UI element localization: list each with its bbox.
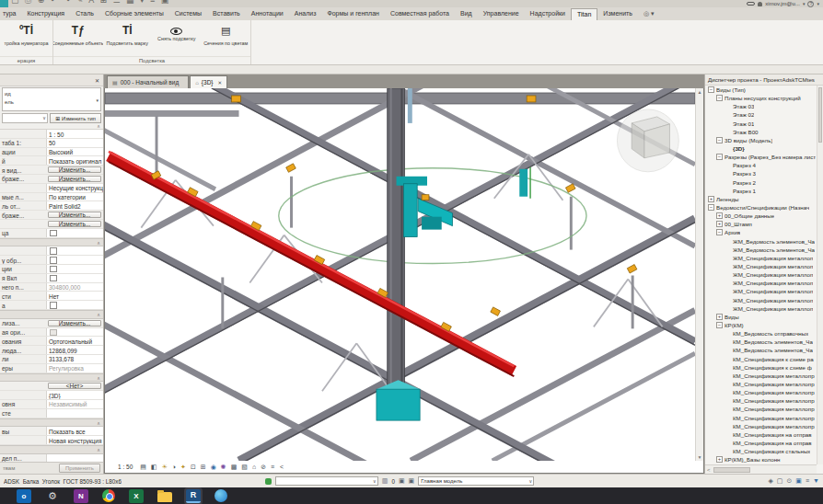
ribbon-tab[interactable]: Системы [169,8,207,20]
browser-tree-item[interactable]: КМ_Спецификация к схеме ра [705,355,817,363]
browser-tree-item[interactable]: Этаж 02 [705,110,817,119]
edit-type-button[interactable]: ⊞ Изменить тип [50,113,101,123]
browser-tree-item[interactable]: КМ_Спецификация на отправ [705,439,817,447]
view-tab[interactable]: ⌂ {3D} ✕ [190,75,227,88]
property-value[interactable]: Изменить... [48,212,101,218]
browser-tree-item[interactable]: КМ_Спецификация металлопр [705,413,817,421]
select-by-face-icon[interactable]: ▣ [795,477,802,485]
filter-icon[interactable]: ▼ [813,477,819,485]
property-value[interactable] [46,246,103,255]
browser-tree-item[interactable]: КМ_Спецификация металлопр [705,372,817,380]
tree-expander-icon[interactable]: − [708,204,714,211]
ribbon-tab[interactable]: Вставить [207,8,246,20]
search-icon[interactable] [747,2,755,6]
browser-tree-item[interactable]: + 00_Общие данные [705,212,817,220]
browser-tree-item[interactable]: КМ_Спецификация стальных [705,447,817,455]
browser-tree-item[interactable]: + Виды [705,313,817,321]
settings-icon[interactable]: ⚙ [45,489,60,503]
tree-expander-icon[interactable]: + [716,221,723,227]
property-value[interactable]: Изменить... [48,320,101,326]
browser-tree-item[interactable]: Этаж B00 [705,128,817,136]
canvas-vertical-scrollbar[interactable]: ▲ ▼ [695,88,703,461]
browser-tree-item[interactable]: Разрез 3 [705,169,817,178]
help-caret-icon[interactable]: ▾ [817,1,819,6]
quick-access-toolbar[interactable]: ▢ ⎙ ⊕ ↶ ↷ ✎ A ⊞ ☰ ▦ ▾ ≡ ▣ [11,0,170,6]
browser-tree-item[interactable]: Этаж 01 [705,120,817,128]
browser-tree-item[interactable]: КМ_Спецификация на отправ [705,430,817,439]
browser-tree-item[interactable]: КМ_Спецификация металлопр [705,396,817,405]
requests-icon[interactable]: ▣ [399,477,405,485]
property-value[interactable] [46,409,103,418]
tree-expander-icon[interactable]: + [716,212,723,219]
browser-tree-item[interactable]: + КР(КМ)_Базы колонн [705,455,817,464]
browser-tree-item[interactable]: ЖМ_Спецификация металлоп [705,304,817,313]
type-selector[interactable]: ид ель ▾ [2,87,101,111]
browser-tree-item[interactable]: Этаж 03 [705,102,817,110]
scroll-up-icon[interactable]: ▲ [698,89,702,95]
property-value[interactable] [46,274,103,282]
select-links-icon[interactable]: ◈ [768,477,772,485]
property-value[interactable]: 3133,678 [46,355,103,363]
reveal-hidden-icon[interactable]: ✺ [221,462,226,472]
ribbon-button[interactable]: Тƒ Соединяемые объекты [53,20,103,53]
edge-icon[interactable] [214,489,227,502]
model-viewport[interactable]: ▲ ▼ 1 : 50 ▤ ◧ ☀ ◑ ✦ [104,88,704,474]
property-value[interactable]: 1 : 50 [46,130,103,138]
browser-tree-item[interactable]: Разрез 2 [705,178,817,187]
drag-on-selection-icon[interactable]: ≡ [806,477,809,485]
ribbon-tab[interactable]: тура [2,8,22,20]
tree-expander-icon[interactable]: − [716,322,723,328]
tree-expander-icon[interactable]: + [716,314,723,320]
browser-tree-item[interactable]: КМ_Ведомость элементов_Ча [705,338,817,346]
property-value[interactable]: <Нет> [48,383,101,389]
properties-help-link[interactable]: твам [3,465,15,471]
browser-tree-item[interactable]: − КР(КМ) [705,321,817,329]
ribbon-button[interactable]: ▤ Сечения по цветам [202,20,251,53]
property-value[interactable] [46,256,103,264]
onenote-icon[interactable]: N [74,489,88,503]
ribbon-tab[interactable]: Формы и генплан [321,8,385,20]
property-value[interactable]: По категории [46,193,103,201]
tree-expander-icon[interactable]: + [716,456,723,463]
user-menu-caret-icon[interactable]: ▾ [803,1,806,6]
browser-tree-item[interactable]: ЖМ_Спецификация металлоп [705,270,817,279]
property-value[interactable]: 12868,099 [46,346,103,354]
scroll-left-icon[interactable]: < [707,467,711,473]
worksharing-display-icon[interactable]: ▩ [231,462,238,472]
property-value[interactable]: Ортогональный [46,337,103,345]
ribbon-button[interactable]: Тİ Подсветить марку [103,20,153,53]
steel-structure-3d-view[interactable] [105,88,695,461]
temporary-view-properties-icon[interactable]: ▧ [241,462,248,472]
tree-expander-icon[interactable]: − [716,229,723,235]
chevron-down-icon[interactable]: ▾ [96,97,99,105]
worksets-icon[interactable] [265,478,272,485]
visual-style-icon[interactable]: ◧ [151,462,157,472]
editable-only-icon[interactable]: ▥ [382,477,388,485]
view-scale-button[interactable]: 1 : 50 [118,464,133,470]
browser-tree-item[interactable]: КМ_Спецификация металлопр [705,405,817,413]
property-value[interactable]: Показать все [46,427,103,435]
ribbon-tab[interactable]: Надстройки [525,8,571,20]
apply-button[interactable]: Применить [59,464,100,473]
browser-tree-item[interactable]: ЖМ_Ведомость элементов_Ча [705,246,817,254]
constraints-icon[interactable]: ≡ [271,462,274,472]
revit-icon[interactable]: R [186,489,201,503]
scroll-down-icon[interactable]: ▼ [698,454,702,460]
ribbon-tab[interactable]: ◎ ▾ [638,8,660,20]
property-value[interactable]: Показать оригинал [46,156,103,165]
ribbon-tab[interactable]: Конструкция [22,8,71,20]
browser-tree-item[interactable]: + Легенды [705,195,817,203]
sync-monitor-icon[interactable]: ▣ [409,477,415,485]
browser-tree-item[interactable]: − Разрезы (Разрез_Без номера лист [705,153,817,161]
ribbon-tab[interactable]: Управление [478,8,525,20]
tree-expander-icon[interactable]: − [708,86,714,93]
property-value[interactable]: 50 [46,139,103,147]
crop-view-icon[interactable]: ⊡ [191,462,196,472]
property-value[interactable]: Изменить... [48,176,101,182]
property-value[interactable] [46,265,103,273]
property-value[interactable] [46,454,103,462]
ribbon-tab[interactable]: Анализ [289,8,322,20]
ribbon-tab[interactable]: Аннотации [246,8,289,20]
show-crop-icon[interactable]: ⊞ [201,462,206,472]
ribbon-tab[interactable]: Изменить [597,8,638,20]
